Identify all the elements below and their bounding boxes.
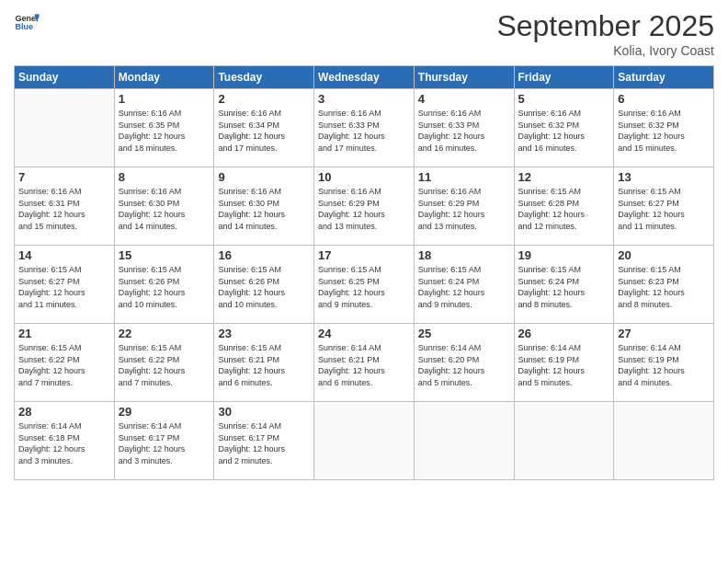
day-info: Sunrise: 6:16 AMSunset: 6:29 PMDaylight:…	[418, 186, 510, 232]
day-number: 11	[418, 170, 510, 184]
table-row: 17Sunrise: 6:15 AMSunset: 6:25 PMDayligh…	[314, 246, 415, 324]
table-row: 8Sunrise: 6:16 AMSunset: 6:30 PMDaylight…	[114, 167, 214, 246]
day-number: 7	[18, 170, 110, 184]
table-row: 24Sunrise: 6:14 AMSunset: 6:21 PMDayligh…	[314, 324, 415, 402]
table-row: 26Sunrise: 6:14 AMSunset: 6:19 PMDayligh…	[514, 324, 614, 402]
table-row: 18Sunrise: 6:15 AMSunset: 6:24 PMDayligh…	[414, 246, 514, 324]
day-info: Sunrise: 6:15 AMSunset: 6:25 PMDaylight:…	[318, 264, 410, 310]
day-number: 1	[119, 92, 210, 106]
table-row: 25Sunrise: 6:14 AMSunset: 6:20 PMDayligh…	[414, 324, 514, 402]
day-info: Sunrise: 6:14 AMSunset: 6:17 PMDaylight:…	[119, 420, 210, 466]
header-wednesday: Wednesday	[314, 66, 415, 89]
header-sunday: Sunday	[15, 66, 115, 89]
table-row	[414, 402, 514, 480]
header-monday: Monday	[114, 66, 214, 89]
day-info: Sunrise: 6:14 AMSunset: 6:19 PMDaylight:…	[518, 342, 610, 388]
header-saturday: Saturday	[614, 66, 714, 89]
day-number: 10	[318, 170, 410, 184]
header-thursday: Thursday	[414, 66, 514, 89]
table-row: 5Sunrise: 6:16 AMSunset: 6:32 PMDaylight…	[514, 89, 614, 167]
day-info: Sunrise: 6:14 AMSunset: 6:19 PMDaylight:…	[618, 342, 710, 388]
day-number: 27	[618, 327, 710, 340]
day-number: 19	[518, 248, 610, 262]
table-row	[614, 402, 714, 480]
day-info: Sunrise: 6:16 AMSunset: 6:29 PMDaylight:…	[318, 186, 410, 232]
day-info: Sunrise: 6:15 AMSunset: 6:27 PMDaylight:…	[618, 186, 710, 232]
calendar-week-row: 28Sunrise: 6:14 AMSunset: 6:18 PMDayligh…	[15, 402, 714, 480]
table-row: 6Sunrise: 6:16 AMSunset: 6:32 PMDaylight…	[614, 89, 714, 167]
day-info: Sunrise: 6:15 AMSunset: 6:22 PMDaylight:…	[18, 342, 110, 388]
month-title: September 2025	[496, 9, 714, 43]
calendar-header-row: Sunday Monday Tuesday Wednesday Thursday…	[15, 66, 714, 89]
table-row: 14Sunrise: 6:15 AMSunset: 6:27 PMDayligh…	[15, 246, 115, 324]
day-number: 20	[618, 248, 710, 262]
day-info: Sunrise: 6:15 AMSunset: 6:28 PMDaylight:…	[518, 186, 610, 232]
day-info: Sunrise: 6:16 AMSunset: 6:32 PMDaylight:…	[518, 108, 610, 154]
day-number: 14	[18, 248, 110, 262]
table-row: 4Sunrise: 6:16 AMSunset: 6:33 PMDaylight…	[414, 89, 514, 167]
logo-icon: General Blue	[14, 9, 40, 35]
day-number: 24	[318, 327, 410, 340]
table-row: 22Sunrise: 6:15 AMSunset: 6:22 PMDayligh…	[114, 324, 214, 402]
svg-text:Blue: Blue	[15, 22, 33, 31]
table-row	[314, 402, 415, 480]
title-block: September 2025 Kolia, Ivory Coast	[496, 9, 714, 58]
table-row: 29Sunrise: 6:14 AMSunset: 6:17 PMDayligh…	[114, 402, 214, 480]
table-row	[514, 402, 614, 480]
table-row	[15, 89, 115, 167]
day-number: 12	[518, 170, 610, 184]
day-info: Sunrise: 6:15 AMSunset: 6:22 PMDaylight:…	[119, 342, 210, 388]
logo: General Blue	[14, 9, 40, 35]
day-number: 26	[518, 327, 610, 340]
day-info: Sunrise: 6:16 AMSunset: 6:34 PMDaylight:…	[218, 108, 310, 154]
day-info: Sunrise: 6:15 AMSunset: 6:23 PMDaylight:…	[618, 264, 710, 310]
day-info: Sunrise: 6:14 AMSunset: 6:20 PMDaylight:…	[418, 342, 510, 388]
day-number: 30	[218, 405, 310, 419]
day-number: 6	[618, 92, 710, 106]
table-row: 12Sunrise: 6:15 AMSunset: 6:28 PMDayligh…	[514, 167, 614, 246]
day-info: Sunrise: 6:14 AMSunset: 6:21 PMDaylight:…	[318, 342, 410, 388]
page: General Blue September 2025 Kolia, Ivory…	[0, 0, 728, 563]
table-row: 7Sunrise: 6:16 AMSunset: 6:31 PMDaylight…	[15, 167, 115, 246]
day-number: 3	[318, 92, 410, 106]
day-number: 13	[618, 170, 710, 184]
table-row: 3Sunrise: 6:16 AMSunset: 6:33 PMDaylight…	[314, 89, 415, 167]
day-number: 18	[418, 248, 510, 262]
day-number: 4	[418, 92, 510, 106]
day-info: Sunrise: 6:16 AMSunset: 6:35 PMDaylight:…	[119, 108, 210, 154]
calendar-week-row: 21Sunrise: 6:15 AMSunset: 6:22 PMDayligh…	[15, 324, 714, 402]
header: General Blue September 2025 Kolia, Ivory…	[14, 9, 714, 58]
day-number: 2	[218, 92, 310, 106]
day-number: 22	[119, 327, 210, 340]
day-info: Sunrise: 6:14 AMSunset: 6:17 PMDaylight:…	[218, 420, 310, 466]
day-number: 9	[218, 170, 310, 184]
calendar-week-row: 1Sunrise: 6:16 AMSunset: 6:35 PMDaylight…	[15, 89, 714, 167]
day-number: 23	[218, 327, 310, 340]
day-number: 21	[18, 327, 110, 340]
day-number: 28	[18, 405, 110, 419]
calendar-table: Sunday Monday Tuesday Wednesday Thursday…	[14, 65, 714, 480]
table-row: 27Sunrise: 6:14 AMSunset: 6:19 PMDayligh…	[614, 324, 714, 402]
day-info: Sunrise: 6:16 AMSunset: 6:30 PMDaylight:…	[119, 186, 210, 232]
day-number: 15	[119, 248, 210, 262]
table-row: 30Sunrise: 6:14 AMSunset: 6:17 PMDayligh…	[214, 402, 314, 480]
header-friday: Friday	[514, 66, 614, 89]
day-number: 25	[418, 327, 510, 340]
table-row: 13Sunrise: 6:15 AMSunset: 6:27 PMDayligh…	[614, 167, 714, 246]
table-row: 1Sunrise: 6:16 AMSunset: 6:35 PMDaylight…	[114, 89, 214, 167]
table-row: 21Sunrise: 6:15 AMSunset: 6:22 PMDayligh…	[15, 324, 115, 402]
table-row: 11Sunrise: 6:16 AMSunset: 6:29 PMDayligh…	[414, 167, 514, 246]
day-info: Sunrise: 6:16 AMSunset: 6:31 PMDaylight:…	[18, 186, 110, 232]
table-row: 20Sunrise: 6:15 AMSunset: 6:23 PMDayligh…	[614, 246, 714, 324]
day-info: Sunrise: 6:15 AMSunset: 6:27 PMDaylight:…	[18, 264, 110, 310]
table-row: 16Sunrise: 6:15 AMSunset: 6:26 PMDayligh…	[214, 246, 314, 324]
location-subtitle: Kolia, Ivory Coast	[496, 43, 714, 58]
day-info: Sunrise: 6:15 AMSunset: 6:24 PMDaylight:…	[518, 264, 610, 310]
table-row: 15Sunrise: 6:15 AMSunset: 6:26 PMDayligh…	[114, 246, 214, 324]
table-row: 28Sunrise: 6:14 AMSunset: 6:18 PMDayligh…	[15, 402, 115, 480]
day-info: Sunrise: 6:16 AMSunset: 6:32 PMDaylight:…	[618, 108, 710, 154]
day-info: Sunrise: 6:15 AMSunset: 6:24 PMDaylight:…	[418, 264, 510, 310]
table-row: 10Sunrise: 6:16 AMSunset: 6:29 PMDayligh…	[314, 167, 415, 246]
day-number: 8	[119, 170, 210, 184]
day-number: 16	[218, 248, 310, 262]
